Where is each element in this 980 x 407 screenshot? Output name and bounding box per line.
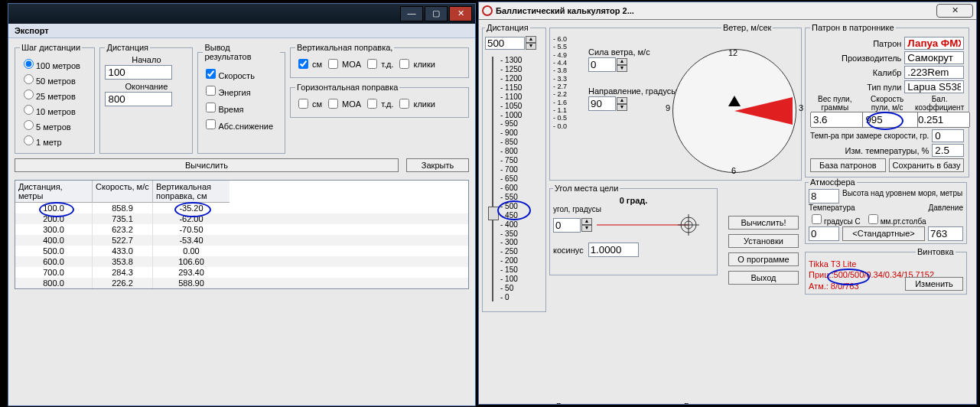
cartridge-name[interactable]: [904, 37, 964, 50]
std-button[interactable]: <Стандартные>: [842, 226, 925, 241]
out-speed[interactable]: [206, 69, 216, 79]
th-corr: Вертикальная поправка, см: [153, 181, 230, 203]
edit-rifle-button[interactable]: Изменить: [905, 277, 963, 291]
min-button[interactable]: —: [400, 6, 423, 21]
cos-label: косинус: [553, 246, 584, 255]
degc-check[interactable]: [812, 214, 822, 224]
out-time[interactable]: [206, 103, 216, 112]
v-clk[interactable]: [399, 59, 409, 69]
ang-input[interactable]: [553, 218, 581, 233]
pressure-input[interactable]: [928, 226, 963, 241]
main-window: Баллистический калькулятор 2... ✕ Дистан…: [478, 2, 977, 405]
max-button[interactable]: ▢: [425, 6, 448, 21]
altitude-input[interactable]: [809, 189, 839, 204]
distance-scale-box: Дистанция ▲▼ - 1300- 1250- 1200- 1150- 1…: [482, 23, 546, 312]
db-button[interactable]: База патронов: [810, 158, 886, 172]
table-row[interactable]: 400.0522.7-53.40: [15, 235, 468, 246]
close-main-button[interactable]: ✕: [936, 4, 973, 18]
main-titlebar[interactable]: Баллистический калькулятор 2... ✕: [479, 2, 976, 20]
export-window: — ▢ ✕ Экспорт Шаг дистанции 100 метров 5…: [8, 3, 476, 406]
distance-legend: Дистанция: [105, 43, 150, 52]
step-5[interactable]: [24, 120, 34, 130]
table-row[interactable]: 300.0623.2-70.50: [15, 224, 468, 235]
cartridge-fieldset: Патрон в патроннике Патрон Производитель…: [805, 23, 969, 177]
close-button[interactable]: ✕: [449, 6, 472, 21]
step-legend: Шаг дистанции: [20, 43, 82, 52]
wind-ticks: - 6.0- 5.5- 4.9- 4.4- 3.8- 3.3- 2.7- 2.2…: [553, 35, 567, 130]
calc-main-button[interactable]: Вычислить!: [728, 216, 799, 230]
temp-change-input[interactable]: [932, 144, 964, 157]
dist-down[interactable]: ▼: [526, 43, 536, 50]
close-export-button[interactable]: Закрыть: [406, 158, 469, 172]
h-td[interactable]: [367, 99, 377, 109]
table-row[interactable]: 600.0353.8106.60: [15, 256, 468, 267]
mmhg-check[interactable]: [868, 214, 878, 224]
out-speed-label: Скорость: [218, 71, 255, 80]
table-row[interactable]: 500.0433.00.00: [15, 246, 468, 256]
exit-button[interactable]: Выход: [728, 271, 799, 285]
rifle-name: Tikka T3 Lite: [809, 259, 963, 269]
step-100[interactable]: [24, 59, 34, 69]
table-row[interactable]: 700.0284.3293.40: [15, 267, 468, 278]
weight-input[interactable]: [810, 112, 865, 128]
angle-legend: Угол места цели: [553, 184, 620, 193]
rifle-fieldset: Винтовка Tikka T3 Lite Приц.:500/500/0.3…: [805, 247, 967, 295]
step-1-label: 1 метр: [36, 138, 62, 147]
distance-slider[interactable]: [488, 57, 497, 301]
th-distance: Дистанция, метры: [15, 181, 93, 203]
out-drop-label: Абс.снижение: [218, 122, 273, 131]
end-label: Окончание: [105, 82, 187, 91]
hcorr-legend: Горизонтальная поправка: [295, 83, 399, 92]
v-td[interactable]: [367, 59, 377, 69]
h-moa[interactable]: [328, 99, 338, 109]
start-label: Начало: [105, 55, 187, 64]
out-time-label: Время: [218, 105, 243, 114]
result-table: Дистанция, метры Скорость, м/с Вертикаль…: [15, 180, 469, 289]
caliber-input[interactable]: [904, 66, 964, 79]
main-title: Баллистический калькулятор 2...: [496, 6, 634, 15]
dist-up[interactable]: ▲: [526, 36, 536, 43]
calc-button[interactable]: Вычислить: [15, 158, 399, 172]
end-input[interactable]: [105, 92, 172, 106]
vcorr-readout: Вертикальная поправка МОА:клики: 00 см:т…: [549, 402, 674, 405]
distance-input[interactable]: [485, 37, 525, 50]
step-1[interactable]: [24, 135, 34, 145]
out-energy[interactable]: [206, 86, 216, 96]
cos-input[interactable]: [588, 243, 639, 257]
v-cm[interactable]: [298, 59, 308, 69]
dist-legend: Дистанция: [485, 23, 530, 32]
ang-label: угол, градусы: [553, 205, 714, 213]
temp-input[interactable]: [809, 226, 839, 241]
wind-clock[interactable]: 12 3 6 9: [672, 49, 796, 173]
out-drop[interactable]: [206, 119, 216, 129]
wdir-label: Направление, градусы: [588, 86, 677, 96]
h-clk[interactable]: [399, 99, 409, 109]
bullet-type-input[interactable]: [904, 80, 964, 93]
step-100-label: 100 метров: [36, 61, 80, 70]
bc-input[interactable]: [915, 112, 970, 128]
step-5-label: 5 метров: [36, 122, 71, 132]
svg-point-0: [483, 6, 492, 15]
wind-legend: Ветер, м/сек: [721, 23, 773, 32]
circle-annotation: [497, 200, 531, 220]
table-row[interactable]: 200.0735.1-62.00: [15, 213, 468, 224]
table-row[interactable]: 800.0226.2588.90: [15, 278, 468, 288]
start-input[interactable]: [105, 65, 172, 80]
step-50[interactable]: [24, 74, 34, 84]
wdir-input[interactable]: [588, 96, 616, 111]
v-moa[interactable]: [328, 59, 338, 69]
mfg-input[interactable]: [904, 51, 964, 64]
save-db-button[interactable]: Сохранить в базу: [889, 158, 965, 172]
table-row[interactable]: 100.0 858.9 -35.20: [15, 203, 468, 213]
wforce-input[interactable]: [588, 57, 616, 72]
titlebar[interactable]: — ▢ ✕: [8, 4, 475, 24]
step-25[interactable]: [24, 90, 34, 99]
settings-button[interactable]: Установки: [728, 234, 799, 248]
target-icon: [597, 213, 704, 236]
step-10[interactable]: [24, 105, 34, 115]
h-cm[interactable]: [298, 99, 308, 109]
angle-fieldset: Угол места цели 0 град. угол, градусы ▲▼…: [549, 184, 718, 275]
measure-temp-input[interactable]: [932, 129, 964, 142]
about-button[interactable]: О программе: [728, 252, 799, 266]
step-25-label: 25 метров: [36, 92, 76, 101]
